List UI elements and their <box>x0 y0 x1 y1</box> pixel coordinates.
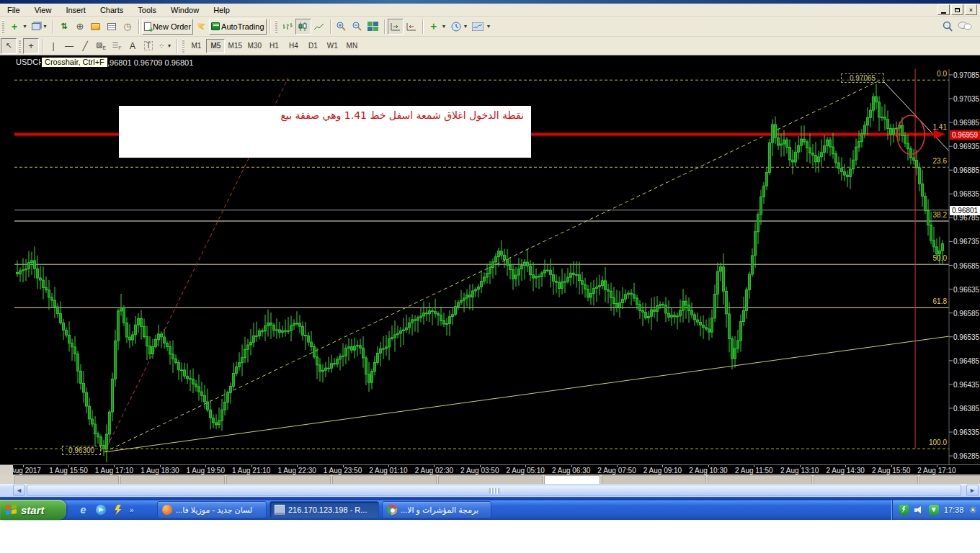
brightness-tray-icon[interactable]: ☀ <box>968 505 977 516</box>
vertical-line-tool-button[interactable]: | <box>45 38 61 54</box>
toolbar-grip[interactable] <box>2 20 4 33</box>
market-watch-button[interactable]: ⇅ <box>56 19 72 35</box>
timeframe-d1-button[interactable]: D1 <box>303 39 322 53</box>
periods-button[interactable]: ▼ <box>449 19 471 35</box>
templates-button[interactable]: ▼ <box>470 19 493 35</box>
cursor-tool-button[interactable]: ↖ <box>1 38 17 54</box>
text-label-tool-button[interactable]: T <box>141 38 156 54</box>
winamp-icon[interactable] <box>112 505 123 516</box>
data-window-button[interactable]: ⊕ <box>72 19 88 35</box>
taskbar-button-firefox[interactable]: ...لسان جديد - موزيلا فا <box>157 501 267 518</box>
scroll-right-button[interactable]: ► <box>966 485 979 496</box>
time-axis[interactable]: 1 Aug 20171 Aug 15:501 Aug 17:101 Aug 18… <box>13 464 980 475</box>
chat-button[interactable] <box>956 19 974 35</box>
terminal-icon <box>107 23 116 30</box>
fib-label-50.0: 50.0 <box>906 254 947 262</box>
time-tick-label: 1 Aug 22:30 <box>272 467 322 475</box>
candlestick-chart-button[interactable] <box>295 19 311 35</box>
timeframe-m15-button[interactable]: M15 <box>226 39 244 53</box>
chart-tab[interactable] <box>120 475 225 484</box>
horizontal-line-tool-button[interactable]: — <box>61 38 77 54</box>
trendline-tool-button[interactable]: ╱ <box>77 38 93 54</box>
timeframe-h1-button[interactable]: H1 <box>264 39 283 53</box>
task-label: ...لسان جديد - موزيلا فا <box>176 505 252 515</box>
chart-tab[interactable] <box>226 475 331 484</box>
volume-tray-icon[interactable] <box>914 505 924 515</box>
chart-tab[interactable] <box>602 475 706 484</box>
line-chart-button[interactable] <box>311 19 327 35</box>
chart-tab[interactable] <box>919 475 980 484</box>
zoom-in-icon <box>336 21 347 32</box>
chart-tab[interactable] <box>708 475 812 484</box>
strategy-tester-button[interactable]: ◷ <box>120 19 135 35</box>
timeframe-m30-button[interactable]: M30 <box>245 39 264 53</box>
taskbar-button-remote-desktop[interactable]: 216.170.123.198 - R... <box>270 501 379 518</box>
chart-tab[interactable] <box>14 475 119 484</box>
close-button[interactable]: × <box>965 4 977 15</box>
menu-file[interactable]: File <box>0 4 27 16</box>
chart-shift-button[interactable] <box>404 19 419 35</box>
zoom-out-icon <box>352 21 362 32</box>
autotrading-button[interactable]: AutoTrading <box>209 19 267 35</box>
profiles-button[interactable]: ▼ <box>30 19 50 35</box>
chart-tab[interactable] <box>544 475 600 484</box>
menu-window[interactable]: Window <box>164 4 206 16</box>
terminal-button[interactable] <box>104 19 120 35</box>
text-tool-button[interactable]: A <box>125 38 141 54</box>
quick-launch-overflow-chevron[interactable]: » <box>130 506 133 514</box>
timeframe-m5-button[interactable]: M5 <box>206 39 225 53</box>
price-tick-label: 0.96435 <box>953 381 979 389</box>
time-tick-label: 2 Aug 10:30 <box>683 467 734 475</box>
bar-chart-button[interactable] <box>280 19 295 35</box>
download-manager-tray-icon[interactable]: ▼ <box>929 505 939 515</box>
price-tick-label: 0.96735 <box>953 238 979 246</box>
price-tick-label: 0.96985 <box>953 119 979 127</box>
indicators-button[interactable]: ＋▼ <box>426 19 449 35</box>
arrows-tool-button[interactable]: ⁘▼ <box>156 38 174 54</box>
zoom-out-button[interactable] <box>349 19 365 35</box>
chat-icon <box>958 21 972 32</box>
tile-windows-button[interactable] <box>365 19 381 35</box>
chart-tab[interactable] <box>814 475 918 484</box>
crosshair-tooltip: Crosshair, Ctrl+F <box>41 57 108 68</box>
time-tick-label: 1 Aug 15:50 <box>43 467 94 475</box>
timeframe-mn-button[interactable]: MN <box>342 39 361 53</box>
navigator-button[interactable] <box>88 19 104 35</box>
menu-charts[interactable]: Charts <box>93 4 130 16</box>
telegram-icon[interactable] <box>95 505 106 516</box>
scroll-left-button[interactable]: ◄ <box>13 485 25 496</box>
channel-tool-button[interactable]: ▨E <box>93 38 109 54</box>
time-tick-label: 2 Aug 01:10 <box>363 467 414 475</box>
scrollbar-thumb[interactable] <box>27 485 961 496</box>
taskbar-button-chrome[interactable]: ...برمجة المؤشرات و الا <box>382 501 491 518</box>
timeframe-h4-button[interactable]: H4 <box>284 39 303 53</box>
minimize-button[interactable] <box>937 4 950 15</box>
chart-window[interactable]: USDCHF ,96801 0.96709 0.96801 Crosshair,… <box>0 55 980 475</box>
zoom-in-button[interactable] <box>334 19 349 35</box>
auto-scroll-button[interactable] <box>388 19 404 35</box>
chart-tab[interactable] <box>332 475 437 484</box>
menu-help[interactable]: Help <box>206 4 237 16</box>
antivirus-tray-icon[interactable] <box>899 505 909 516</box>
fib-label-61.8: 61.8 <box>906 297 947 305</box>
dropdown-arrow-icon: ▼ <box>22 24 27 29</box>
timeframe-m1-button[interactable]: M1 <box>187 39 205 53</box>
chart-tab[interactable] <box>438 475 543 484</box>
fibonacci-tool-button[interactable]: ☰F <box>109 38 125 54</box>
quick-launch-bar: e» <box>74 500 138 520</box>
menu-view[interactable]: View <box>27 4 59 16</box>
timeframe-toolbar: M1M5M15M30H1H4D1W1MN <box>187 39 361 53</box>
search-button[interactable] <box>940 19 956 35</box>
internet-explorer-icon[interactable]: e <box>78 505 89 516</box>
menu-insert[interactable]: Insert <box>58 4 93 16</box>
crosshair-tool-button[interactable]: + <box>23 38 39 54</box>
start-button[interactable]: start <box>0 500 66 520</box>
menu-tools[interactable]: Tools <box>130 4 164 16</box>
market-watch-icon: ⇅ <box>61 22 67 31</box>
timeframe-w1-button[interactable]: W1 <box>323 39 342 53</box>
new-order-button[interactable]: New Order <box>142 19 193 35</box>
new-chart-button[interactable]: +▼ <box>6 19 30 35</box>
horizontal-scrollbar[interactable]: ◄ ► <box>0 484 980 497</box>
restore-button[interactable] <box>951 4 963 15</box>
metaeditor-button[interactable] <box>193 19 209 35</box>
